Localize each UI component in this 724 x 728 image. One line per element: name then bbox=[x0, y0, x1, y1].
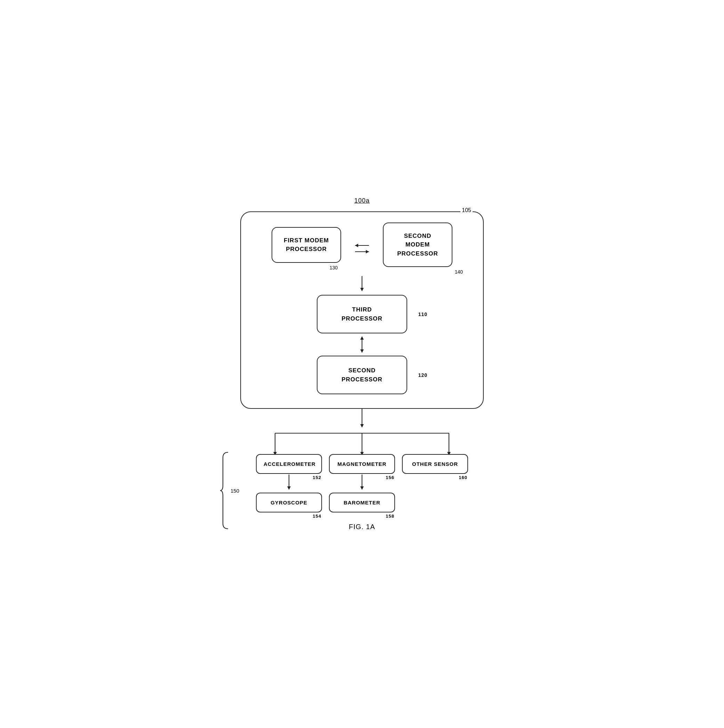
sensor-boxes-row: ACCELEROMETER 152 GYROSCOPE 154 bbox=[256, 454, 468, 512]
barometer-label: BAROMETER bbox=[344, 500, 380, 506]
second-processor-box: SECONDPROCESSOR 120 bbox=[317, 356, 407, 394]
sensors-section: ACCELEROMETER 152 GYROSCOPE 154 bbox=[240, 409, 484, 512]
svg-marker-3 bbox=[366, 250, 369, 254]
arrow-to-sensors bbox=[240, 409, 484, 430]
accelerometer-label: ACCELEROMETER bbox=[263, 461, 316, 467]
bidirectional-arrows-svg bbox=[350, 240, 374, 257]
accelerometer-box: ACCELEROMETER 152 bbox=[256, 454, 322, 474]
arrow-mag-to-baro-svg bbox=[357, 474, 367, 492]
magnetometer-column: MAGNETOMETER 156 BAROMETER 158 bbox=[329, 454, 395, 512]
gyroscope-label: GYROSCOPE bbox=[271, 500, 308, 506]
magnetometer-box: MAGNETOMETER 156 bbox=[329, 454, 395, 474]
arrow-modems-to-third bbox=[357, 276, 367, 294]
sensors-group-ref-area: 150 bbox=[219, 451, 239, 531]
barometer-box: BAROMETER 158 bbox=[329, 492, 395, 512]
arrow-accel-to-gyro-svg bbox=[284, 474, 294, 492]
other-sensor-ref: 160 bbox=[459, 475, 467, 480]
third-processor-ref: 110 bbox=[418, 310, 427, 318]
third-processor-container: THIRDPROCESSOR 110 bbox=[317, 295, 407, 333]
second-processor-container: SECONDPROCESSOR 120 bbox=[317, 356, 407, 394]
bidir-arrow-third-second-svg bbox=[357, 334, 367, 355]
svg-marker-10 bbox=[360, 424, 364, 428]
figure-reference: 100a bbox=[354, 197, 370, 205]
gyroscope-ref: 154 bbox=[312, 514, 321, 519]
outer-box-label: 105 bbox=[461, 207, 473, 213]
figure-caption: FIG. 1A bbox=[349, 523, 375, 531]
first-modem-label: FIRST MODEMPROCESSOR bbox=[284, 237, 329, 253]
barometer-ref: 158 bbox=[386, 514, 394, 519]
sensors-group-ref-label: 150 bbox=[231, 488, 239, 494]
second-processor-label-text: SECONDPROCESSOR bbox=[341, 367, 383, 383]
arrow-third-to-second bbox=[357, 334, 367, 355]
first-modem-processor-box: FIRST MODEMPROCESSOR bbox=[272, 227, 341, 263]
modem-processors-row: FIRST MODEMPROCESSOR 130 bbox=[255, 222, 469, 275]
accelerometer-column: ACCELEROMETER 152 GYROSCOPE 154 bbox=[256, 454, 322, 512]
third-processor-label: THIRDPROCESSOR bbox=[341, 306, 383, 322]
svg-marker-5 bbox=[360, 288, 364, 291]
arrow-down-to-third-svg bbox=[357, 276, 367, 294]
diagram-container: 100a 105 FIRST MODEMPROCESSOR 130 bbox=[205, 197, 519, 531]
other-sensor-column: OTHER SENSOR 160 bbox=[402, 454, 468, 512]
svg-marker-8 bbox=[360, 349, 364, 353]
second-modem-ref: 140 bbox=[455, 269, 463, 275]
first-modem-ref: 130 bbox=[330, 265, 338, 271]
other-sensor-box: OTHER SENSOR 160 bbox=[402, 454, 468, 474]
brace-svg bbox=[219, 451, 230, 531]
arrow-down-to-sensors-svg bbox=[357, 409, 367, 430]
svg-marker-21 bbox=[360, 486, 364, 490]
svg-marker-19 bbox=[287, 486, 291, 490]
second-modem-label: SECOND MODEMPROCESSOR bbox=[397, 232, 438, 257]
outer-system-box: 105 FIRST MODEMPROCESSOR 130 bbox=[240, 211, 484, 409]
svg-marker-7 bbox=[360, 336, 364, 340]
second-processor-ref: 120 bbox=[418, 371, 427, 379]
other-sensor-label: OTHER SENSOR bbox=[412, 461, 458, 467]
second-modem-processor-box: SECOND MODEMPROCESSOR bbox=[383, 222, 452, 268]
svg-marker-1 bbox=[355, 244, 358, 247]
sensor-branches: ACCELEROMETER 152 GYROSCOPE 154 bbox=[240, 430, 484, 512]
gyroscope-box: GYROSCOPE 154 bbox=[256, 492, 322, 512]
magnetometer-label: MAGNETOMETER bbox=[338, 461, 387, 467]
diagram-layout: 100a 105 FIRST MODEMPROCESSOR 130 bbox=[205, 197, 519, 531]
magnetometer-ref: 156 bbox=[386, 475, 394, 480]
accelerometer-ref: 152 bbox=[312, 475, 321, 480]
modem-arrows bbox=[352, 240, 372, 257]
third-processor-box: THIRDPROCESSOR 110 bbox=[317, 295, 407, 333]
